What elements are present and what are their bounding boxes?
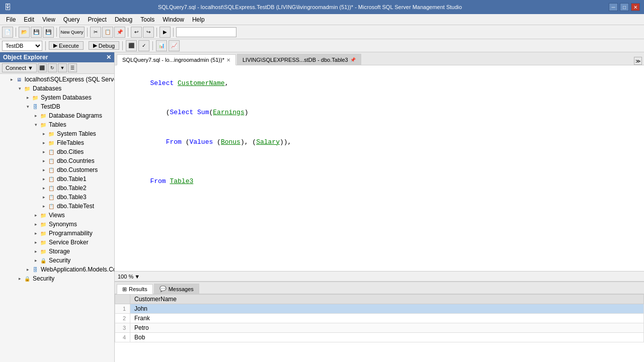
tree-system-databases[interactable]: ▸ 📁 System Databases [0,93,114,102]
expand-table1[interactable]: ▸ [40,175,47,183]
menu-debug[interactable]: Debug [111,15,136,24]
pane-expand-icon[interactable]: ≫ [634,57,642,65]
close-button[interactable]: ✕ [631,3,640,11]
menu-query[interactable]: Query [59,15,84,24]
tree-dbo-countries[interactable]: ▸ 📋 dbo.Countries [0,156,114,165]
expand-synonyms[interactable]: ▸ [32,221,39,228]
expand-table2[interactable]: ▸ [40,185,47,192]
tree-views[interactable]: ▸ 📁 Views [0,211,114,220]
tree-dbo-customers[interactable]: ▸ 📋 dbo.Customers [0,165,114,174]
summary-btn[interactable]: ☰ [68,63,77,72]
expand-security-root[interactable]: ▸ [16,275,23,282]
expand-countries[interactable]: ▸ [40,157,47,164]
menu-file[interactable]: File [2,15,20,24]
new-query-btn2[interactable]: New Query [59,27,85,38]
filter-btn[interactable]: ▼ [58,63,67,72]
expand-webapp[interactable]: ▸ [24,266,31,273]
stop-btn[interactable]: ⬛ [126,40,137,51]
menu-edit[interactable]: Edit [20,15,38,24]
parse-btn[interactable]: ✓ [138,40,149,51]
undo-btn[interactable]: ↩ [131,27,142,38]
tab-table3[interactable]: LIVING\SQLEXPRESS...stDB - dbo.Table3 📌 [237,54,361,65]
row-1-customername[interactable]: John [130,304,644,314]
expand-tabletest[interactable]: ▸ [40,203,47,210]
expand-tables[interactable]: ▾ [32,121,39,128]
expand-systables[interactable]: ▸ [40,130,47,137]
tree-storage[interactable]: ▸ 📁 Storage [0,247,114,256]
debug-button[interactable]: ▶ Debug [89,41,119,50]
paste-btn[interactable]: 📌 [114,27,125,38]
tree-system-tables[interactable]: ▸ 📁 System Tables [0,129,114,138]
table-row[interactable]: 4 Bob [115,333,644,342]
tree-synonyms[interactable]: ▸ 📁 Synonyms [0,220,114,229]
expand-filetables[interactable]: ▸ [40,139,47,146]
tree-testdb[interactable]: ▾ 🗄 TestDB [0,102,114,111]
expand-views[interactable]: ▸ [32,212,39,219]
tree-dbo-cities[interactable]: ▸ 📋 dbo.Cities [0,147,114,156]
expand-storage[interactable]: ▸ [32,248,39,255]
estimated-btn[interactable]: 📈 [169,40,180,51]
tab-query-close[interactable]: ✕ [226,57,230,63]
tree-filetables[interactable]: ▸ 📁 FileTables [0,138,114,147]
expand-sysdb[interactable]: ▸ [24,94,31,101]
tree-service-broker[interactable]: ▸ 📁 Service Broker [0,238,114,247]
tree-webapp[interactable]: ▸ 🗄 WebApplication6.Models.Co... [0,265,114,274]
refresh-btn[interactable]: ↻ [48,63,57,72]
execute-button[interactable]: ▶ Execute [49,41,84,50]
expand-customers[interactable]: ▸ [40,166,47,173]
expand-security-testdb[interactable]: ▸ [32,257,39,264]
menu-tools[interactable]: Tools [136,15,158,24]
expand-table3[interactable]: ▸ [40,194,47,201]
copy-btn[interactable]: 📋 [102,27,113,38]
menu-view[interactable]: View [38,15,59,24]
results-tab-results[interactable]: ⊞ Results [117,284,153,294]
disconnect-btn[interactable]: ⬛ [38,63,47,72]
results-btn[interactable]: 📊 [156,40,167,51]
tree-tables-folder[interactable]: ▾ 📁 Tables [0,120,114,129]
expand-diagrams[interactable]: ▸ [32,112,39,119]
row-4-customername[interactable]: Bob [130,333,644,342]
tree-dbo-tabletest[interactable]: ▸ 📋 dbo.TableTest [0,202,114,211]
tree-dbo-table2[interactable]: ▸ 📋 dbo.Table2 [0,184,114,193]
tab-query[interactable]: SQLQuery7.sql - lo...ingroomadmin (51))*… [117,54,236,65]
row-3-customername[interactable]: Petro [130,323,644,333]
redo-btn[interactable]: ↪ [143,27,154,38]
table-row[interactable]: 1 John [115,304,644,314]
tree-dbo-table3[interactable]: ▸ 📋 dbo.Table3 [0,193,114,202]
expand-testdb[interactable]: ▾ [24,103,31,110]
testdb-label: TestDB [41,103,60,110]
expand-server[interactable]: ▸ [8,76,15,83]
open-btn[interactable]: 📂 [19,27,30,38]
connect-button[interactable]: Connect ▼ [2,63,37,72]
expand-databases[interactable]: ▾ [16,85,23,92]
table-row[interactable]: 2 Frank [115,314,644,323]
restore-button[interactable]: □ [620,3,629,11]
save-all-btn[interactable]: 💾 [43,27,54,38]
tree-security-root[interactable]: ▸ 🔒 Security [0,274,114,283]
tree-databases[interactable]: ▾ 📁 Databases [0,84,114,93]
table-row[interactable]: 3 Petro [115,323,644,333]
tree-server[interactable]: ▸ 🖥 localhost\SQLExpress (SQL Server 11.… [0,75,114,84]
cut-btn[interactable]: ✂ [90,27,101,38]
expand-cities[interactable]: ▸ [40,148,47,155]
zoom-dropdown-icon[interactable]: ▼ [134,274,140,280]
database-selector[interactable]: TestDB [2,41,42,51]
expand-broker[interactable]: ▸ [32,239,39,246]
search-combo[interactable] [176,27,236,37]
results-tab-messages[interactable]: 💬 Messages [154,284,199,294]
menu-help[interactable]: Help [188,15,209,24]
save-btn[interactable]: 💾 [31,27,42,38]
oe-close-icon[interactable]: ✕ [106,54,111,61]
tree-db-diagrams[interactable]: ▸ 📁 Database Diagrams [0,111,114,120]
tree-programmability[interactable]: ▸ 📁 Programmability [0,229,114,238]
play-btn[interactable]: ▶ [159,27,171,38]
menu-project[interactable]: Project [84,15,111,24]
minimize-button[interactable]: ─ [609,3,618,11]
row-2-customername[interactable]: Frank [130,314,644,323]
new-query-btn[interactable]: 📄 [2,27,13,38]
tree-dbo-table1[interactable]: ▸ 📋 dbo.Table1 [0,174,114,184]
menu-window[interactable]: Window [158,15,188,24]
tree-security-testdb[interactable]: ▸ 🔒 Security [0,256,114,265]
expand-prog[interactable]: ▸ [32,230,39,237]
sql-editor[interactable]: Select CustomerName, (Select Sum(Earning… [115,65,644,272]
